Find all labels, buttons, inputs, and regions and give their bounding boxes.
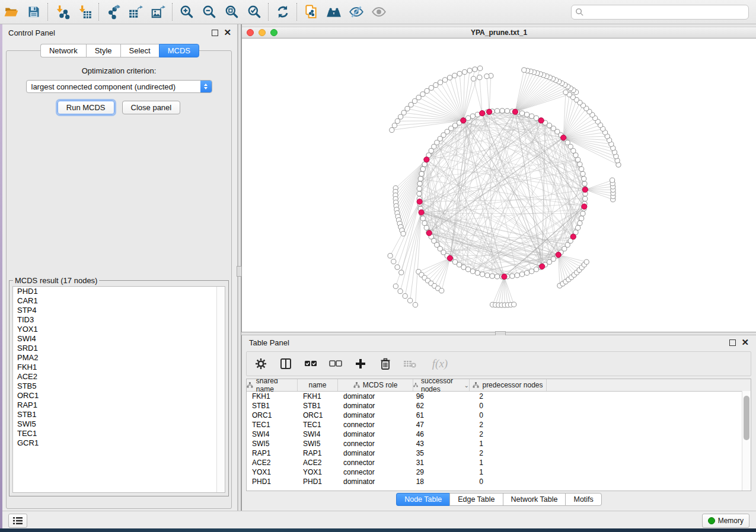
result-node-item[interactable]: STB5 (13, 382, 225, 391)
global-search[interactable] (571, 5, 749, 20)
result-node-item[interactable]: YOX1 (13, 325, 225, 334)
maximize-window-icon[interactable] (270, 29, 277, 36)
show-columns-button[interactable] (279, 357, 293, 371)
show-all-button[interactable] (368, 2, 390, 22)
table-row[interactable]: STB1STB1dominator620 (247, 401, 751, 411)
column-header-predecessor-nodes[interactable]: predecessor nodes (470, 379, 547, 391)
result-node-item[interactable]: TID3 (13, 315, 225, 325)
table-row[interactable]: RAP1RAP1dominator352 (247, 448, 751, 458)
memory-button[interactable]: Memory (702, 514, 749, 528)
column-header-successor-nodes[interactable]: successor nodes⌄ (413, 379, 470, 391)
result-node-item[interactable]: CAR1 (13, 296, 225, 306)
scrollbar-thumb[interactable] (744, 396, 749, 440)
import-network-button[interactable] (51, 2, 74, 22)
table-row[interactable]: PHD1PHD1dominator180 (247, 477, 751, 486)
tab-mcds[interactable]: MCDS (159, 44, 199, 57)
table-panel-header: Table Panel ✕ (242, 335, 756, 350)
column-type-icon (413, 382, 418, 388)
refresh-button[interactable] (272, 2, 294, 22)
close-panel-icon[interactable]: ✕ (224, 30, 231, 36)
result-node-item[interactable]: SRD1 (13, 344, 225, 353)
toolbar-separator (296, 3, 298, 21)
table-row[interactable]: TEC1TEC1connector472 (247, 420, 751, 430)
delete-column-button[interactable] (378, 357, 393, 371)
column-header-name[interactable]: name (298, 379, 338, 391)
table-row[interactable]: SWI5SWI5connector431 (247, 439, 751, 448)
table-row[interactable]: FKH1FKH1dominator962 (247, 392, 751, 401)
select-all-rows-button[interactable] (304, 357, 318, 371)
table-row[interactable]: ORC1ORC1dominator610 (247, 411, 751, 420)
cell-name: FKH1 (298, 392, 338, 400)
show-panels-button[interactable] (8, 514, 27, 528)
float-panel-icon[interactable] (212, 30, 218, 36)
network-graph[interactable] (242, 39, 756, 332)
cell-MCDS-role: dominator (338, 430, 413, 438)
cell-name: RAP1 (298, 449, 338, 457)
optimization-criterion-label: Optimization criterion: (7, 66, 231, 75)
zoom-selected-button[interactable] (243, 2, 266, 22)
cell-MCDS-role: dominator (338, 402, 413, 410)
table-scrollbar[interactable] (742, 391, 751, 491)
fx-icon: f(x) (432, 357, 448, 370)
export-network-button[interactable] (102, 2, 125, 22)
zoom-in-button[interactable] (176, 2, 198, 22)
column-header-MCDS-role[interactable]: MCDS role (338, 379, 413, 391)
export-table-button[interactable] (125, 2, 147, 22)
column-header-shared-name[interactable]: shared name (247, 379, 298, 391)
tab-style[interactable]: Style (86, 44, 120, 57)
tab-edge-table[interactable]: Edge Table (449, 493, 502, 506)
result-node-item[interactable]: RAP1 (13, 400, 225, 410)
search-input[interactable] (584, 7, 745, 17)
close-window-icon[interactable] (247, 29, 254, 36)
result-node-item[interactable]: ORC1 (13, 391, 225, 400)
run-mcds-button[interactable]: Run MCDS (58, 101, 114, 114)
zoom-out-button[interactable] (198, 2, 221, 22)
import-table-button[interactable] (74, 2, 96, 22)
result-node-item[interactable]: PHD1 (13, 287, 225, 296)
result-node-item[interactable]: SWI4 (13, 334, 225, 344)
table-row[interactable]: ACE2ACE2connector311 (247, 458, 751, 467)
zoom-fit-button[interactable] (221, 2, 243, 22)
result-node-item[interactable]: PMA2 (13, 353, 225, 363)
create-column-button[interactable] (353, 357, 368, 371)
float-panel-icon[interactable] (729, 339, 736, 346)
mcds-tab-content: Optimization criterion: largest connecte… (6, 50, 232, 509)
hide-selected-button[interactable] (345, 2, 368, 22)
result-node-item[interactable]: STB1 (13, 410, 225, 419)
result-node-item[interactable]: SWI5 (13, 419, 225, 429)
tab-select[interactable]: Select (120, 44, 159, 57)
open-file-button[interactable] (0, 2, 23, 22)
save-session-button[interactable] (23, 2, 45, 22)
memory-status-icon (708, 517, 715, 524)
network-window-titlebar[interactable]: YPA_prune.txt_1 (242, 27, 756, 39)
tab-node-table[interactable]: Node Table (396, 493, 449, 506)
optimization-criterion-select[interactable]: largest connected component (undirected) (26, 80, 212, 93)
function-builder-button[interactable]: f(x) (428, 357, 452, 371)
minimize-window-icon[interactable] (259, 29, 266, 36)
main-toolbar (0, 0, 756, 24)
table-row[interactable]: YOX1YOX1connector291 (247, 467, 751, 477)
table-row[interactable]: SWI4SWI4dominator462 (247, 430, 751, 439)
close-panel-icon[interactable]: ✕ (741, 339, 749, 345)
tab-network-table[interactable]: Network Table (503, 493, 566, 506)
search-network-button[interactable] (323, 2, 345, 22)
deselect-all-rows-button[interactable] (328, 357, 343, 371)
table-options-button[interactable] (254, 357, 268, 371)
clone-network-button[interactable] (300, 2, 323, 22)
cell-MCDS-role: dominator (338, 411, 413, 419)
close-panel-button[interactable]: Close panel (122, 101, 181, 114)
result-node-item[interactable]: STP4 (13, 306, 225, 315)
network-canvas[interactable] (242, 39, 756, 332)
result-node-item[interactable]: FKH1 (13, 363, 225, 372)
cell-predecessor-nodes: 2 (470, 449, 547, 457)
result-node-item[interactable]: TEC1 (13, 429, 225, 438)
cell-successor-nodes: 35 (413, 449, 470, 457)
result-list-scrollbar[interactable] (216, 287, 225, 492)
eye-icon (371, 4, 387, 20)
tab-network[interactable]: Network (40, 44, 86, 57)
delete-table-button[interactable] (403, 357, 417, 371)
result-node-item[interactable]: GCR1 (13, 438, 225, 448)
result-node-item[interactable]: ACE2 (13, 372, 225, 382)
export-image-button[interactable] (147, 2, 170, 22)
tab-motifs[interactable]: Motifs (565, 493, 601, 506)
